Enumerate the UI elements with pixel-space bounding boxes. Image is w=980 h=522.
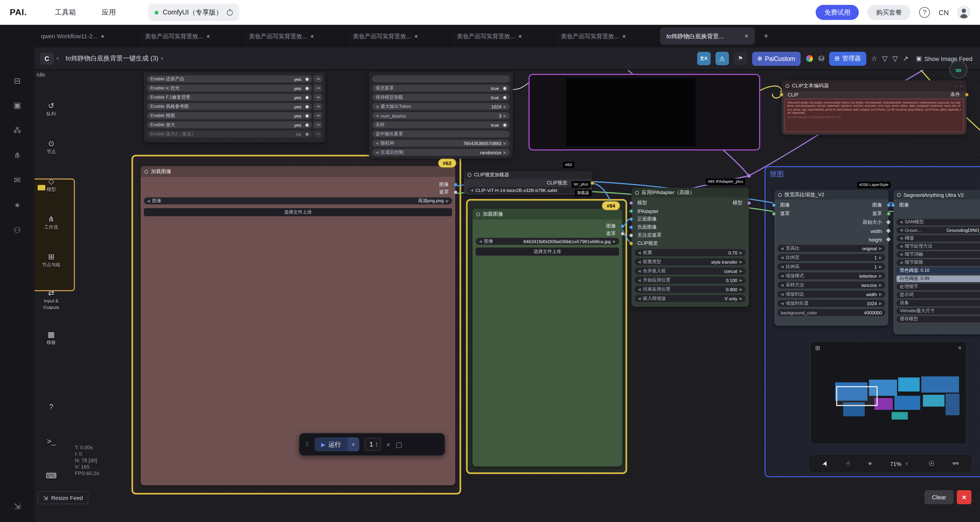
nav-toolbox[interactable]: 工具箱: [55, 8, 76, 17]
decrement-icon[interactable]: ◀: [638, 269, 641, 273]
node-header[interactable]: SegmentAnything Ultra V2: [893, 190, 980, 200]
input-pin-model[interactable]: [629, 201, 633, 205]
increment-icon[interactable]: ▶: [446, 199, 449, 203]
output-pin-mask[interactable]: [453, 190, 457, 194]
combo-widget[interactable]: ◀阈值: [896, 235, 980, 242]
collapse-dot-icon[interactable]: [778, 193, 782, 196]
increment-icon[interactable]: ▶: [503, 141, 506, 145]
node-fast-groups-muter[interactable]: Enable 还原产品yes⇥ Enable ic 控光yes⇥ Enable …: [144, 72, 325, 142]
decrement-icon[interactable]: ◀: [781, 274, 784, 278]
combo-widget[interactable]: ◀比例高1▶: [778, 263, 885, 270]
combo-widget-model[interactable]: ◀ CLIP-ViT-H-14-laion2B-s32B-b79K.safet …: [467, 187, 589, 193]
toggle-widget[interactable]: Enable ic 控光yes: [147, 85, 312, 92]
toggle-links-icon[interactable]: ⚯: [953, 460, 959, 468]
increment-icon[interactable]: ▶: [740, 296, 742, 301]
close-feed-button[interactable]: ×: [957, 490, 971, 504]
sidebar-item-shortcuts[interactable]: ⌨: [35, 471, 68, 480]
combo-widget[interactable]: ◀随机种765435380570883▶: [372, 140, 510, 147]
bypass-icon[interactable]: ⇥: [313, 85, 322, 92]
node-header[interactable]: 按宽高比缩放_V2: [774, 190, 888, 200]
input-pin-mask[interactable]: [772, 212, 776, 216]
stepper-arrows[interactable]: ▲▼: [375, 442, 378, 447]
tab-beauty-3[interactable]: 美妆产品写实背景效...: [347, 25, 450, 48]
increment-icon[interactable]: ▶: [879, 292, 882, 296]
save-icon[interactable]: ⛁: [818, 54, 824, 62]
upload-button[interactable]: 选择文件上传: [144, 208, 452, 216]
decrement-icon[interactable]: ◀: [900, 228, 903, 232]
combo-widget[interactable]: ◀生成后控制randomize▶: [372, 149, 510, 156]
manager-button[interactable]: ⊞ 管理器: [829, 51, 866, 65]
input-pin-image[interactable]: [891, 203, 895, 207]
text-widget[interactable]: 提示词: [896, 292, 980, 298]
combo-widget[interactable]: ◀num_beams3▶: [372, 112, 510, 119]
toggle-widget[interactable]: Enable F.1修复背景yes: [147, 94, 312, 101]
increment-icon[interactable]: ▶: [740, 287, 742, 292]
node-header[interactable]: 加载图像: [473, 209, 622, 219]
theme-palette-icon[interactable]: [805, 54, 813, 62]
buy-plan-button[interactable]: 购买套餐: [867, 5, 910, 20]
widget-row[interactable]: Enable 还原产品yes⇥: [147, 75, 322, 83]
input-pin-ipadapter[interactable]: [629, 209, 633, 213]
tab-beauty-4[interactable]: 美妆产品写实背景效...: [450, 25, 554, 48]
output-pin-clip-vision[interactable]: [590, 181, 594, 185]
collapse-dot-icon[interactable]: [635, 191, 639, 195]
upload-button[interactable]: 选择文件上传: [476, 247, 619, 255]
minimap-icon[interactable]: ⊞: [815, 345, 820, 351]
toggle-widget[interactable]: 填充遮罩true: [372, 85, 510, 92]
workflow-title[interactable]: to炜静物白底换背景一键生成 (3): [66, 54, 158, 63]
cancel-run-icon[interactable]: ×: [386, 440, 390, 449]
combo-widget[interactable]: ◀细节消融: [896, 251, 980, 258]
drag-handle-icon[interactable]: ⠿: [305, 441, 309, 448]
output-pin-mask[interactable]: [620, 232, 624, 236]
combo-widget[interactable]: ◀最大输出Token1024▶: [372, 103, 510, 110]
sidebar-item-terminal[interactable]: >_: [35, 437, 68, 445]
sidebar-item-templates[interactable]: ▦模板: [35, 330, 68, 345]
node-load-image-84[interactable]: 加载图像 图像 遮罩 ◀ 图像 8463419d0d309a636bb1e579…: [473, 209, 622, 466]
combo-widget[interactable]: ◀缩放模式letterbox▶: [778, 272, 885, 279]
comfyui-app-tab[interactable]: ComfyUI（专享版）: [148, 4, 239, 21]
toggle-widget[interactable]: Enable 放大yes: [147, 121, 312, 128]
toggle-dot-icon[interactable]: [305, 96, 309, 99]
decrement-icon[interactable]: ◀: [147, 199, 150, 203]
increment-icon[interactable]: ▶: [740, 278, 742, 282]
node-purple-collapsed[interactable]: [528, 74, 760, 150]
toggle-dot-icon[interactable]: [305, 114, 309, 117]
toggle-widget[interactable]: Enable 抠图yes: [147, 112, 312, 119]
increment-icon[interactable]: ▶: [879, 255, 882, 260]
bypass-icon[interactable]: ⇥: [313, 75, 322, 83]
sidebar-item-nodes[interactable]: ⊙节点: [35, 139, 68, 154]
decrement-icon[interactable]: ◀: [638, 251, 641, 255]
decrement-icon[interactable]: ◀: [638, 296, 641, 301]
nodes-icon[interactable]: ⁂: [0, 126, 35, 135]
combo-widget[interactable]: ◀缩放到边width▶: [778, 291, 885, 298]
toggle-widget[interactable]: Enable 风格参考图yes: [147, 103, 312, 110]
language-switcher[interactable]: CN: [939, 8, 949, 16]
combo-widget[interactable]: ◀权重类型style transfer▶: [635, 258, 746, 265]
output-pin-model[interactable]: [747, 201, 751, 205]
combo-widget[interactable]: 设备: [896, 300, 980, 306]
combo-widget[interactable]: ◀结束应用位置0.900▶: [635, 286, 746, 293]
output-pin-mask[interactable]: [887, 212, 891, 216]
tab-beauty-5[interactable]: 美妆产品写实背景效...: [554, 25, 659, 48]
toggle-theme-icon[interactable]: ☉: [929, 460, 935, 468]
bypass-icon[interactable]: ⇥: [313, 121, 322, 128]
toggle-widget[interactable]: Enable 放大2（备选）no: [147, 131, 312, 137]
decrement-icon[interactable]: ◀: [900, 236, 903, 241]
increment-icon[interactable]: ▶: [879, 283, 882, 287]
collapse-dot-icon[interactable]: [897, 193, 901, 196]
decrement-icon[interactable]: ◀: [900, 252, 903, 257]
run-button[interactable]: ▶ 运行: [315, 437, 347, 451]
paicustom-button[interactable]: ⊕ PaiCustom: [752, 51, 800, 65]
sidebar-item-models[interactable]: ◇模型: [35, 177, 68, 192]
bypass-icon[interactable]: ⇥: [313, 131, 322, 137]
corner-resize-icon[interactable]: ⇲: [0, 501, 35, 511]
combo-widget-image[interactable]: ◀ 图像 高清png.png ▶: [144, 197, 452, 204]
decrement-icon[interactable]: ◀: [900, 244, 903, 249]
tab-beauty-2[interactable]: 美妆产品写实背景效...: [242, 25, 347, 48]
combo-widget[interactable]: ◀开始应用位置0.100▶: [635, 277, 746, 284]
decrement-icon[interactable]: ◀: [375, 104, 379, 109]
decrement-icon[interactable]: ◀: [479, 239, 482, 243]
filter-icon[interactable]: ▽: [882, 54, 888, 62]
toggle-widget[interactable]: 缓存模型: [896, 316, 980, 322]
node-header[interactable]: CLIP视觉加载器: [464, 171, 592, 179]
